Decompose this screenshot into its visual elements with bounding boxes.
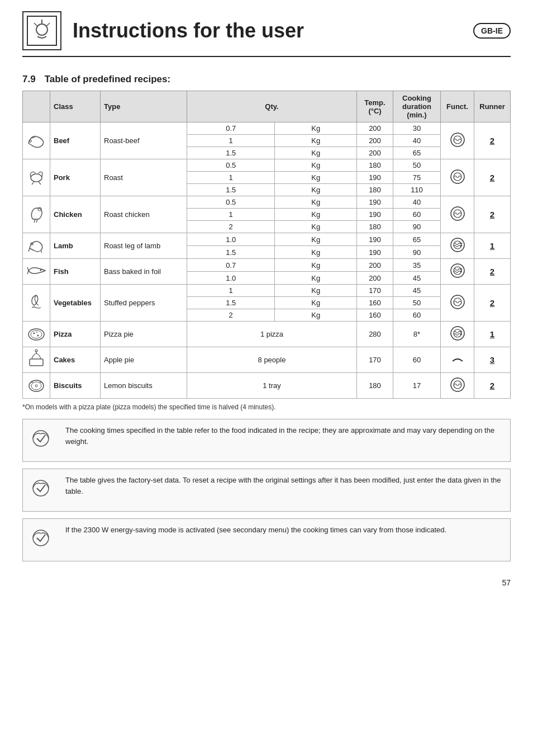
- class-icon-cell: [23, 285, 50, 322]
- info-boxes: The cooking times specified in the table…: [22, 419, 511, 561]
- funct-icon-grill2: [450, 325, 465, 341]
- qty-unit-cell: Kg: [275, 221, 357, 233]
- table-row: CakesApple pie8 people17060 3: [23, 347, 511, 373]
- col-header-temp: Temp.(°C): [357, 91, 393, 122]
- runner-cell: 2: [474, 285, 511, 322]
- duration-cell: 90: [393, 246, 441, 259]
- svg-point-13: [454, 210, 461, 218]
- funct-icon-bottom: [450, 351, 465, 367]
- runner-cell: 1: [474, 322, 511, 347]
- duration-cell: 45: [393, 285, 441, 297]
- qty-unit-cell: Kg: [275, 209, 357, 221]
- qty-num-cell: 0.7: [187, 259, 275, 272]
- temp-cell: 160: [357, 309, 393, 322]
- funct-cell: [441, 322, 474, 347]
- qty-num-cell: 2: [187, 221, 275, 233]
- page-title: Instructions for the user: [73, 19, 304, 42]
- class-icon-vegetables: [26, 292, 46, 312]
- info-box-1: The cooking times specified in the table…: [22, 419, 511, 462]
- qty-num-cell: 1.5: [187, 147, 275, 159]
- qty-num-cell: 8 people: [187, 347, 357, 373]
- funct-icon-grill: [450, 132, 465, 148]
- duration-cell: 75: [393, 172, 441, 184]
- logo-box: [22, 11, 61, 50]
- class-cell: Vegetables: [50, 285, 101, 322]
- runner-cell: 2: [474, 159, 511, 196]
- svg-point-6: [451, 133, 464, 147]
- type-cell: Bass baked in foil: [101, 259, 187, 285]
- qty-num-cell: 1.0: [187, 233, 275, 246]
- col-header-icon: [23, 91, 50, 122]
- funct-cell: [441, 285, 474, 322]
- svg-point-15: [451, 238, 464, 252]
- table-row: VegetablesStuffed peppers1Kg17045 2: [23, 285, 511, 297]
- temp-cell: 180: [357, 184, 393, 196]
- duration-cell: 65: [393, 147, 441, 159]
- duration-cell: 45: [393, 272, 441, 285]
- temp-cell: 180: [357, 373, 393, 399]
- checkmark-icon: [31, 425, 58, 452]
- class-icon-beef: [26, 130, 46, 150]
- qty-num-cell: 0.5: [187, 196, 275, 209]
- class-icon-cell: [23, 159, 50, 196]
- qty-unit-cell: Kg: [275, 196, 357, 209]
- info-icon: [31, 525, 58, 555]
- temp-cell: 190: [357, 233, 393, 246]
- qty-num-cell: 1.0: [187, 272, 275, 285]
- svg-point-35: [451, 378, 464, 391]
- qty-unit-cell: Kg: [275, 147, 357, 159]
- qty-unit-cell: Kg: [275, 159, 357, 172]
- qty-unit-cell: Kg: [275, 272, 357, 285]
- duration-cell: 40: [393, 196, 441, 209]
- duration-cell: 40: [393, 135, 441, 147]
- runner-cell: 2: [474, 196, 511, 233]
- duration-cell: 110: [393, 184, 441, 196]
- class-icon-cell: [23, 259, 50, 285]
- temp-cell: 190: [357, 196, 393, 209]
- qty-num-cell: 1: [187, 285, 275, 297]
- funct-icon-grill2: [450, 263, 465, 278]
- temp-cell: 170: [357, 285, 393, 297]
- svg-point-17: [40, 270, 42, 271]
- svg-point-39: [33, 530, 49, 546]
- qty-unit-cell: Kg: [275, 172, 357, 184]
- svg-point-27: [451, 327, 464, 340]
- funct-icon-grill2: [450, 237, 465, 253]
- duration-cell: 60: [393, 209, 441, 221]
- funct-cell: [441, 159, 474, 196]
- duration-cell: 60: [393, 347, 441, 373]
- checkmark-icon: [31, 525, 58, 551]
- header-left: Instructions for the user: [22, 11, 304, 50]
- duration-cell: 35: [393, 259, 441, 272]
- class-icon-pizza: [26, 323, 46, 343]
- temp-cell: 280: [357, 322, 393, 347]
- table-row: FishBass baked in foil0.7Kg20035 2: [23, 259, 511, 272]
- class-icon-cakes: [26, 349, 46, 369]
- svg-point-7: [454, 136, 461, 144]
- table-row: BiscuitsLemon biscuits1 tray18017 2: [23, 373, 511, 399]
- info-text: The cooking times specified in the table…: [65, 425, 502, 447]
- temp-cell: 200: [357, 259, 393, 272]
- temp-cell: 180: [357, 159, 393, 172]
- qty-unit-cell: Kg: [275, 233, 357, 246]
- info-box-3: If the 2300 W energy-saving mode is acti…: [22, 518, 511, 561]
- runner-cell: 3: [474, 347, 511, 373]
- duration-cell: 60: [393, 309, 441, 322]
- qty-unit-cell: Kg: [275, 285, 357, 297]
- temp-cell: 200: [357, 135, 393, 147]
- qty-unit-cell: Kg: [275, 184, 357, 196]
- class-icon-cell: [23, 233, 50, 259]
- table-row: PorkRoast0.5Kg18050 2: [23, 159, 511, 172]
- funct-cell: [441, 259, 474, 285]
- logo-icon: [26, 15, 58, 46]
- qty-unit-cell: Kg: [275, 297, 357, 309]
- class-cell: Pork: [50, 159, 101, 196]
- col-header-duration: Cookingduration(min.): [393, 91, 441, 122]
- svg-point-20: [451, 295, 464, 309]
- svg-point-31: [35, 349, 37, 352]
- page-number: 57: [22, 578, 511, 587]
- qty-num-cell: 0.7: [187, 122, 275, 135]
- funct-cell: [441, 373, 474, 399]
- table-row: LambRoast leg of lamb1.0Kg19065 1: [23, 233, 511, 246]
- svg-point-33: [31, 382, 41, 390]
